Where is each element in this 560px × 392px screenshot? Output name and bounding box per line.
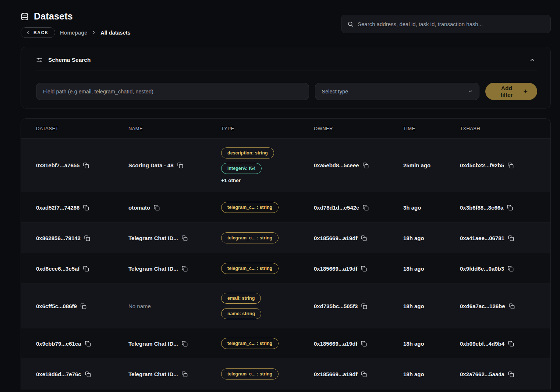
type-select[interactable]: Select type <box>315 83 480 100</box>
schema-search-header: Schema Search <box>21 47 550 71</box>
schema-search-controls: Select type Add filter <box>21 71 550 108</box>
table-row[interactable]: 0xe18d6d...7e76cTelegram Chat ID...teleg… <box>21 359 550 389</box>
copy-button[interactable] <box>507 204 513 211</box>
time-cell: 18h ago <box>403 303 460 309</box>
owner-cell-text: 0xd78d1d...c542e <box>314 204 359 211</box>
txhash-cell-text: 0xb09ebf...4d9b4 <box>460 341 504 347</box>
dataset-cell-text: 0xd8cce6...3c5af <box>36 266 79 272</box>
copy-button[interactable] <box>507 162 514 168</box>
type-badge: integerA: f64 <box>221 163 262 174</box>
type-badge: email: string <box>221 293 261 304</box>
copy-button[interactable] <box>361 266 367 272</box>
copy-button[interactable] <box>85 341 91 347</box>
owner-cell-text: 0x185669...a19df <box>314 235 357 241</box>
chevron-down-icon <box>468 89 473 94</box>
time-cell-text: 18h ago <box>403 341 424 347</box>
owner-cell: 0xd735bc...505f3 <box>314 303 403 309</box>
dataset-cell: 0x6cff5c...086f9 <box>36 303 128 309</box>
breadcrumb-home[interactable]: Homepage <box>60 30 87 36</box>
chevron-right-icon <box>92 30 96 35</box>
copy-button[interactable] <box>361 341 367 347</box>
name-cell: Telegram Chat ID... <box>128 235 221 241</box>
global-search[interactable] <box>341 15 551 33</box>
name-cell: Telegram Chat ID... <box>128 371 221 377</box>
page-title: Datasets <box>34 11 73 22</box>
schema-search-header-left: Schema Search <box>36 57 91 63</box>
add-filter-button[interactable]: Add filter <box>485 83 537 100</box>
time-cell-text: 25min ago <box>403 162 430 168</box>
copy-icon <box>507 204 513 211</box>
copy-icon <box>181 371 188 377</box>
dataset-cell: 0xd8cce6...3c5af <box>36 266 128 272</box>
copy-button[interactable] <box>508 341 514 347</box>
table-row[interactable]: 0x862856...79142Telegram Chat ID...teleg… <box>21 222 550 253</box>
type-badge: telegram_c... : string <box>221 263 279 274</box>
copy-button[interactable] <box>181 266 188 272</box>
table-row[interactable]: 0xad52f7...74286otomatotelegram_c... : s… <box>21 192 550 222</box>
table-row[interactable]: 0x6cff5c...086f9No nameemail: stringname… <box>21 284 550 328</box>
copy-icon <box>508 341 514 347</box>
sliders-icon <box>36 57 43 63</box>
copy-button[interactable] <box>361 235 367 241</box>
txhash-cell: 0xa41aee...06781 <box>460 235 542 241</box>
copy-button[interactable] <box>362 204 369 211</box>
copy-icon <box>85 371 91 377</box>
copy-icon <box>361 371 367 377</box>
copy-button[interactable] <box>80 303 86 309</box>
copy-button[interactable] <box>508 371 514 377</box>
copy-icon <box>83 266 89 272</box>
dataset-cell: 0xe18d6d...7e76c <box>36 371 128 377</box>
copy-button[interactable] <box>85 371 91 377</box>
copy-button[interactable] <box>83 266 89 272</box>
type-badge: name: string <box>221 308 261 319</box>
add-filter-label: Add filter <box>494 85 519 98</box>
time-cell: 3h ago <box>403 204 460 211</box>
collapse-button[interactable] <box>529 57 536 63</box>
type-cell: telegram_c... : string <box>221 202 314 213</box>
copy-icon <box>361 303 367 309</box>
copy-button[interactable] <box>508 303 515 309</box>
copy-icon <box>508 235 514 241</box>
copy-button[interactable] <box>507 266 514 272</box>
copy-button[interactable] <box>83 204 89 211</box>
name-cell: Scoring Data - 48 <box>128 162 221 168</box>
copy-button[interactable] <box>508 235 514 241</box>
owner-cell-text: 0x185669...a19df <box>314 266 357 272</box>
txhash-cell-text: 0xd6a7ac...126be <box>460 303 505 309</box>
copy-button[interactable] <box>177 162 183 168</box>
column-header-name: NAME <box>128 126 221 131</box>
breadcrumb-separator <box>92 30 96 36</box>
copy-icon <box>361 341 367 347</box>
copy-button[interactable] <box>181 235 188 241</box>
time-cell-text: 18h ago <box>403 235 424 241</box>
search-input[interactable] <box>358 21 545 27</box>
owner-cell: 0x185669...a19df <box>314 266 403 272</box>
copy-button[interactable] <box>83 162 89 168</box>
type-badge: telegram_c... : string <box>221 368 279 379</box>
table-row[interactable]: 0xd8cce6...3c5afTelegram Chat ID...teleg… <box>21 253 550 284</box>
table-row[interactable]: 0x9cbb79...c61caTelegram Chat ID...teleg… <box>21 328 550 359</box>
txhash-cell: 0xd5cb22...f92b5 <box>460 162 542 168</box>
time-cell-text: 18h ago <box>403 266 424 272</box>
plus-icon <box>523 89 528 94</box>
field-path-input[interactable] <box>36 83 309 100</box>
copy-button[interactable] <box>361 303 367 309</box>
copy-button[interactable] <box>153 204 160 211</box>
name-cell-text: Telegram Chat ID... <box>128 266 178 272</box>
table-row[interactable]: 0x31ebf7...a7655Scoring Data - 48descrip… <box>21 138 550 192</box>
copy-button[interactable] <box>181 371 188 377</box>
owner-cell-text: 0xd735bc...505f3 <box>314 303 358 309</box>
copy-button[interactable] <box>181 341 188 347</box>
copy-button[interactable] <box>361 371 367 377</box>
type-badge: telegram_c... : string <box>221 338 279 349</box>
chevron-up-icon <box>529 57 536 63</box>
copy-icon <box>84 235 90 241</box>
owner-cell: 0x185669...a19df <box>314 341 403 347</box>
back-button[interactable]: BACK <box>21 27 55 38</box>
search-icon <box>347 21 354 27</box>
copy-button[interactable] <box>362 162 369 168</box>
database-icon <box>21 13 29 21</box>
txhash-cell-text: 0x2a7662...5aa4a <box>460 371 504 377</box>
owner-cell: 0x185669...a19df <box>314 371 403 377</box>
copy-button[interactable] <box>84 235 90 241</box>
